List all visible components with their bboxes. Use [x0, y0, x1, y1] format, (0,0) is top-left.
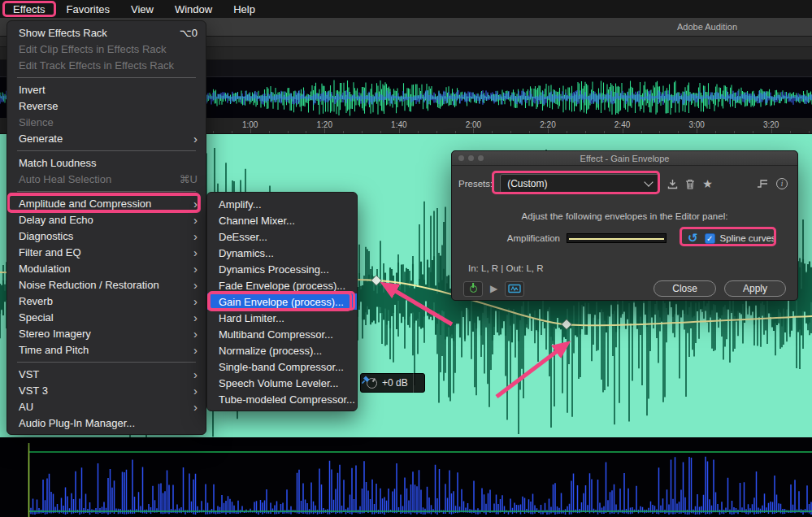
apply-button[interactable]: Apply: [724, 280, 786, 297]
submenu-chevron-icon: ›: [193, 198, 198, 210]
amplitude-and-compression-submenu: Amplify...Channel Mixer...DeEsser...Dyna…: [206, 192, 358, 411]
menu-item-dynamics-processing[interactable]: Dynamics Processing...: [207, 261, 357, 277]
ruler-tick: [232, 131, 232, 133]
secondary-waveform-panel: [0, 437, 812, 517]
menu-item-hard-limiter[interactable]: Hard Limiter...: [207, 310, 357, 326]
menu-item-au[interactable]: AU›: [7, 398, 206, 415]
submenu-chevron-icon: ›: [193, 368, 198, 380]
menu-item-label: Single-band Compressor...: [219, 361, 349, 373]
menubar-item-favorites[interactable]: Favorites: [56, 0, 120, 18]
menu-item-stereo-imagery[interactable]: Stereo Imagery›: [7, 325, 206, 341]
menu-item-reverb[interactable]: Reverb›: [7, 293, 206, 309]
menubar-item-help[interactable]: Help: [223, 0, 266, 18]
ruler-tick: [678, 131, 679, 133]
window-title: Adobe Audition: [658, 22, 756, 32]
menu-item-gain-envelope-process[interactable]: Gain Envelope (process)...: [207, 293, 357, 310]
ruler-tick: [213, 131, 214, 133]
delete-preset-button[interactable]: [685, 179, 695, 189]
menu-item-label: Reverse: [19, 100, 198, 112]
submenu-chevron-icon: ›: [193, 344, 198, 356]
menu-item-audio-plug-in-manager[interactable]: Audio Plug-In Manager...: [7, 415, 206, 431]
menu-item-label: Auto Heal Selection: [19, 173, 170, 185]
preview-editor-button[interactable]: [505, 281, 524, 297]
envelope-point[interactable]: [562, 319, 572, 330]
menu-item-multiband-compressor[interactable]: Multiband Compressor...: [207, 326, 357, 342]
menu-item-diagnostics[interactable]: Diagnostics›: [7, 228, 206, 244]
spline-curves-label: Spline curves: [720, 233, 776, 243]
menu-item-time-and-pitch[interactable]: Time and Pitch›: [7, 341, 206, 358]
menu-item-label: Speech Volume Leveler...: [219, 377, 349, 389]
menu-item-reverse[interactable]: Reverse: [7, 98, 206, 114]
menu-item-amplify[interactable]: Amplify...: [207, 196, 357, 212]
amplification-label: Amplification: [495, 233, 560, 243]
menu-item-match-loudness[interactable]: Match Loudness: [7, 154, 206, 171]
power-icon: [470, 285, 477, 293]
menubar-item-effects[interactable]: Effects: [2, 0, 56, 18]
effects-menu: Show Effects Rack⌥0Edit Clip Effects in …: [7, 20, 206, 435]
power-button[interactable]: [463, 281, 483, 297]
menu-item-normalize-process[interactable]: Normalize (process)...: [207, 342, 357, 358]
routing-icon[interactable]: [756, 179, 769, 189]
pin-icon[interactable]: [413, 373, 419, 393]
close-button[interactable]: Close: [654, 280, 716, 297]
gain-envelope-dialog: Effect - Gain Envelope Presets: (Custom)…: [451, 150, 798, 301]
envelope-point[interactable]: [371, 276, 382, 286]
ruler-tick: [362, 131, 363, 133]
submenu-chevron-icon: ›: [193, 295, 198, 307]
preview-play-button[interactable]: ▶: [490, 283, 497, 294]
timeline-label: 1:20: [317, 120, 332, 129]
menu-item-channel-mixer[interactable]: Channel Mixer...: [207, 212, 357, 228]
menu-item-single-band-compressor[interactable]: Single-band Compressor...: [207, 358, 357, 375]
menu-item-label: AU: [19, 401, 184, 413]
ruler-tick: [753, 131, 753, 133]
menu-item-vst-3[interactable]: VST 3›: [7, 382, 206, 398]
menu-item-label: Time and Pitch: [19, 344, 184, 356]
menu-item-label: Silence: [19, 116, 198, 128]
timeline-label: 2:20: [540, 120, 555, 129]
ruler-tick: [659, 131, 660, 133]
menu-item-show-effects-rack[interactable]: Show Effects Rack⌥0: [7, 24, 206, 41]
ruler-tick: [585, 131, 586, 133]
menu-item-label: Delay and Echo: [19, 214, 184, 226]
menu-item-fade-envelope-process[interactable]: Fade Envelope (process)...: [207, 277, 357, 293]
ruler-tick: [436, 131, 437, 133]
spline-curves-checkbox[interactable]: ✓: [705, 233, 715, 244]
screen: Adobe Audition 1:001:201:402:002:202:403…: [0, 0, 812, 517]
amplification-color-swatch[interactable]: [567, 233, 667, 243]
instruction-text: Adjust the following envelopes in the Ed…: [452, 211, 797, 221]
menu-item-label: Hard Limiter...: [219, 312, 349, 324]
menu-item-filter-and-eq[interactable]: Filter and EQ›: [7, 244, 206, 260]
menu-item-label: Dynamics Processing...: [219, 263, 349, 276]
menu-item-amplitude-and-compression[interactable]: Amplitude and Compression›: [7, 195, 206, 211]
menu-item-modulation[interactable]: Modulation›: [7, 260, 206, 276]
menu-item-dynamics[interactable]: Dynamics...: [207, 245, 357, 261]
ruler-tick: [567, 131, 567, 133]
menu-item-label: DeEsser...: [219, 231, 349, 243]
dialog-title-bar[interactable]: Effect - Gain Envelope: [452, 151, 797, 166]
reset-icon[interactable]: ↺: [688, 232, 698, 245]
info-icon[interactable]: i: [776, 178, 788, 189]
menu-item-tube-modeled-compressor[interactable]: Tube-modeled Compressor...: [207, 391, 357, 407]
save-preset-button[interactable]: [667, 179, 678, 189]
menu-item-label: Show Effects Rack: [19, 27, 170, 39]
menubar-item-window[interactable]: Window: [164, 0, 223, 18]
volume-hud[interactable]: +0 dB: [360, 373, 425, 393]
favorite-star-icon[interactable]: ★: [702, 177, 713, 190]
presets-dropdown[interactable]: (Custom): [500, 174, 660, 193]
menu-item-label: Match Loudness: [19, 157, 198, 169]
menu-item-vst[interactable]: VST›: [7, 366, 206, 382]
menu-item-generate[interactable]: Generate›: [7, 130, 206, 146]
menu-item-label: Audio Plug-In Manager...: [19, 417, 198, 429]
menubar-item-view[interactable]: View: [120, 0, 164, 18]
ruler-tick: [343, 131, 344, 133]
menu-item-speech-volume-leveler[interactable]: Speech Volume Leveler...: [207, 375, 357, 391]
menu-item-delay-and-echo[interactable]: Delay and Echo›: [7, 211, 206, 228]
menu-item-label: Generate: [19, 133, 184, 145]
menu-item-auto-heal-selection: Auto Heal Selection⌘U: [7, 171, 206, 187]
menu-item-noise-reduction-restoration[interactable]: Noise Reduction / Restoration›: [7, 276, 206, 293]
menu-item-special[interactable]: Special›: [7, 309, 206, 325]
ruler-tick: [306, 131, 306, 133]
menu-item-label: Noise Reduction / Restoration: [19, 279, 184, 291]
menu-item-invert[interactable]: Invert: [7, 81, 206, 98]
menu-item-deesser[interactable]: DeEsser...: [207, 228, 357, 245]
